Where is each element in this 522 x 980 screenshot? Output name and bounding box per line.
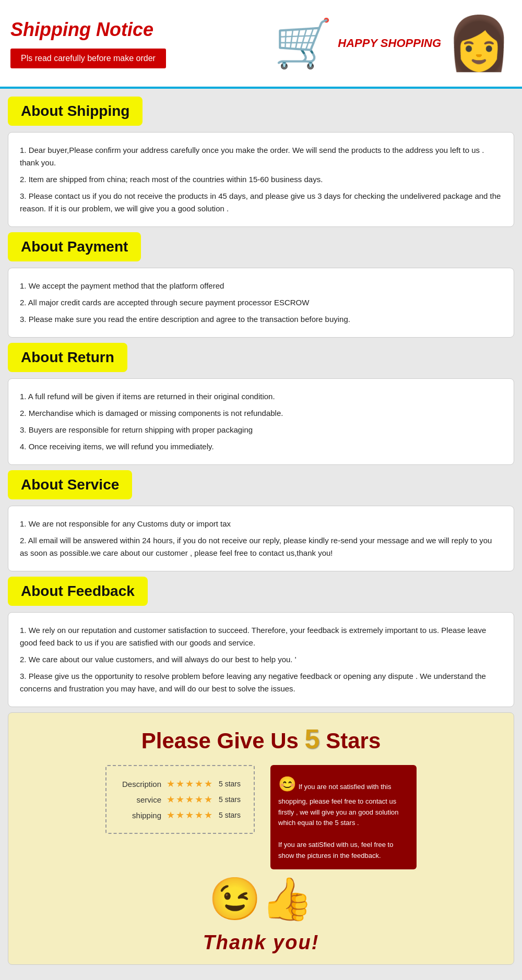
person-icon: 👩 — [446, 13, 512, 74]
page-title: Shipping Notice — [10, 19, 274, 41]
feedback-label: About Feedback — [8, 577, 148, 606]
feedback-content: 1. We rely on our reputation and custome… — [8, 612, 514, 707]
stars-service-icons: ★★★★★ — [167, 794, 213, 805]
service-label: About Service — [8, 470, 132, 499]
smiley-icon: 😊 — [278, 776, 296, 792]
stars-row-description: Description ★★★★★ 5 stars — [120, 778, 241, 790]
list-item: 2. All major credit cards are accepted t… — [20, 294, 502, 311]
cart-icon: 🛒 — [274, 16, 333, 71]
stars-row-shipping: shipping ★★★★★ 5 stars — [120, 809, 241, 821]
stars-section: Please Give Us 5 Stars Description ★★★★★… — [8, 712, 514, 965]
list-item: 3. Please give us the opportunity to res… — [20, 668, 502, 697]
happy-shopping-text: HAPPY SHOPPING — [338, 37, 441, 50]
page-header: Shipping Notice Pls read carefully befor… — [0, 0, 522, 89]
list-item: 3. Buyers are responsible for return shi… — [20, 422, 502, 438]
section-payment: About Payment 1. We accept the payment m… — [5, 232, 517, 338]
payment-label: About Payment — [8, 232, 141, 261]
list-item: 3. Please make sure you read the entire … — [20, 311, 502, 328]
header-left: Shipping Notice Pls read carefully befor… — [10, 19, 274, 68]
payment-content: 1. We accept the payment method that the… — [8, 268, 514, 338]
stars-bottom: Description ★★★★★ 5 stars service ★★★★★ … — [19, 765, 503, 869]
stars-shipping-icons: ★★★★★ — [167, 809, 213, 821]
stars-title: Please Give Us 5 Stars — [19, 723, 503, 755]
thank-you-text: Thank you! — [19, 931, 503, 954]
thumbs-up-icon: 😉👍 — [19, 875, 503, 924]
list-item: 2. Item are shipped from china; reach mo… — [20, 171, 502, 188]
shipping-content: 1. Dear buyer,Please confirm your addres… — [8, 132, 514, 227]
return-label: About Return — [8, 343, 127, 372]
main-content: About Shipping 1. Dear buyer,Please conf… — [0, 89, 522, 978]
header-right: 🛒 HAPPY SHOPPING 👩 — [274, 13, 512, 74]
list-item: 1. We are not responsible for any Custom… — [20, 516, 502, 532]
section-feedback: About Feedback 1. We rely on our reputat… — [5, 577, 517, 707]
list-item: 1. We rely on our reputation and custome… — [20, 622, 502, 651]
shipping-label: About Shipping — [8, 97, 143, 126]
return-content: 1. A full refund will be given if items … — [8, 378, 514, 465]
stars-info-box: 😊 If you are not satisfied with this sho… — [270, 765, 417, 869]
service-content: 1. We are not responsible for any Custom… — [8, 506, 514, 571]
stars-description-icons: ★★★★★ — [167, 778, 213, 790]
stars-row-service: service ★★★★★ 5 stars — [120, 794, 241, 805]
list-item: 3. Please contact us if you do not recei… — [20, 188, 502, 217]
section-service: About Service 1. We are not responsible … — [5, 470, 517, 571]
list-item: 1. Dear buyer,Please confirm your addres… — [20, 142, 502, 171]
shipping-list: 1. Dear buyer,Please confirm your addres… — [20, 142, 502, 217]
section-shipping: About Shipping 1. Dear buyer,Please conf… — [5, 97, 517, 227]
header-subtitle: Pls read carefully before make order — [10, 49, 166, 68]
list-item: 1. We accept the payment method that the… — [20, 278, 502, 294]
section-return: About Return 1. A full refund will be gi… — [5, 343, 517, 465]
list-item: 2. All email will be answered within 24 … — [20, 532, 502, 561]
list-item: 2. Merchandise which is damaged or missi… — [20, 405, 502, 422]
list-item: 4. Once receiving items, we will refund … — [20, 438, 502, 455]
service-list: 1. We are not responsible for any Custom… — [20, 516, 502, 561]
stars-table: Description ★★★★★ 5 stars service ★★★★★ … — [105, 765, 255, 834]
feedback-list: 1. We rely on our reputation and custome… — [20, 622, 502, 697]
return-list: 1. A full refund will be given if items … — [20, 388, 502, 455]
list-item: 1. A full refund will be given if items … — [20, 388, 502, 405]
list-item: 2. We care about our value customers, an… — [20, 651, 502, 668]
payment-list: 1. We accept the payment method that the… — [20, 278, 502, 328]
